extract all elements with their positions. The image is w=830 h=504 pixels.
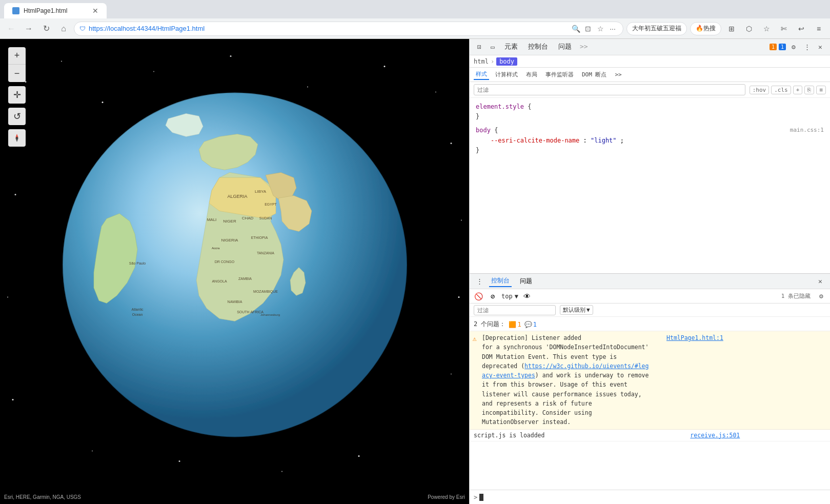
console-input-row: > bbox=[470, 490, 830, 504]
svg-point-13 bbox=[7, 297, 8, 298]
devtools-tab-elements[interactable]: 元素 bbox=[500, 40, 522, 54]
translate-icon[interactable]: ⊡ bbox=[583, 24, 593, 34]
styles-tab-computed[interactable]: 计算样式 bbox=[493, 70, 520, 79]
hot-search-text: 🔥热搜 bbox=[696, 24, 716, 33]
devtools-settings-icon[interactable]: ⚙ bbox=[788, 42, 799, 53]
styles-tab-more[interactable]: >> bbox=[613, 70, 624, 79]
powered-by: Powered by Esri bbox=[428, 494, 465, 500]
profile-button[interactable]: ⬡ bbox=[742, 22, 756, 36]
address-icons: 🔍 ⊡ ☆ ··· bbox=[571, 24, 618, 34]
undo-icon[interactable]: ↩ bbox=[794, 22, 808, 36]
console-filter-row: 默认级别 ▼ bbox=[470, 304, 830, 317]
body-style-open-brace: { bbox=[494, 127, 498, 134]
console-msg-link-2[interactable]: receive.js:501 bbox=[690, 432, 740, 439]
copy-style-icon[interactable]: ⎘ bbox=[804, 86, 814, 94]
svg-point-17 bbox=[281, 471, 282, 472]
svg-point-15 bbox=[92, 451, 93, 452]
menu-button[interactable]: ≡ bbox=[812, 22, 826, 36]
rotate-button[interactable]: ↺ bbox=[8, 108, 26, 125]
tab-title: HtmlPage1.html bbox=[24, 7, 67, 14]
devtools-inspect-icon[interactable]: ⊡ bbox=[474, 42, 485, 53]
styles-filter-input[interactable] bbox=[474, 84, 745, 95]
back-button[interactable]: ← bbox=[4, 22, 18, 36]
hot-search-box: 🔥热搜 bbox=[690, 22, 721, 35]
console-header: ⋮ 控制台 问题 ✕ bbox=[470, 274, 830, 289]
more-icon[interactable]: ··· bbox=[608, 24, 618, 34]
compass-button[interactable] bbox=[8, 129, 26, 147]
toolbar-search-box: 大年初五破五迎福 bbox=[626, 22, 687, 35]
tab-bar: HtmlPage1.html ✕ bbox=[0, 0, 830, 18]
svg-point-45 bbox=[16, 137, 18, 139]
home-button[interactable]: ⌂ bbox=[56, 22, 71, 36]
add-style-icon[interactable]: + bbox=[793, 86, 803, 94]
scissors-icon[interactable]: ✄ bbox=[777, 22, 791, 36]
zoom-controls: + − bbox=[8, 47, 26, 82]
svg-text:Johannesburg: Johannesburg bbox=[260, 313, 280, 316]
map-area: ALGERIA LIBYA EGYPT MALI NIGER CHAD SUDA… bbox=[0, 39, 469, 504]
console-level-dropdown-icon: ▼ bbox=[586, 307, 590, 313]
console-issues-summary: 2 个问题： 🟧 1 💬 1 bbox=[470, 318, 830, 331]
devtools-close-icon[interactable]: ✕ bbox=[815, 42, 826, 53]
console-msg-text-1: [Deprecation] Listener added HtmlPage1.h… bbox=[482, 334, 723, 426]
settings-icon[interactable]: ☆ bbox=[759, 22, 774, 36]
toggle-style-icon[interactable]: ≡ bbox=[816, 86, 826, 94]
svg-text:ANGOLA: ANGOLA bbox=[212, 279, 227, 283]
cls-badge[interactable]: .cls bbox=[771, 86, 791, 94]
styles-tab-layout[interactable]: 布局 bbox=[524, 70, 539, 79]
devtools-panel: ⊡ ▭ 元素 控制台 问题 >> 1 1 ⚙ ⋮ ✕ html › body bbox=[469, 39, 830, 504]
breadcrumb-html[interactable]: html bbox=[474, 58, 489, 65]
console-context-selector[interactable]: top ▼ bbox=[501, 293, 518, 300]
svg-point-16 bbox=[179, 460, 180, 462]
forward-button[interactable]: → bbox=[22, 22, 36, 36]
devtools-tab-console[interactable]: 控制台 bbox=[524, 40, 552, 54]
browser-window: HtmlPage1.html ✕ ← → ↻ ⌂ 🛡 https://local… bbox=[0, 0, 830, 504]
svg-text:Accra: Accra bbox=[212, 247, 220, 250]
svg-text:NIGER: NIGER bbox=[223, 219, 236, 224]
console-msg-link-1[interactable]: HtmlPage1.html:1 bbox=[666, 334, 723, 341]
console-panel: ⋮ 控制台 问题 ✕ 🚫 ⊘ top ▼ 👁 1 条已隐藏 ⚙ bbox=[470, 273, 830, 504]
zoom-out-button[interactable]: − bbox=[8, 65, 26, 82]
svg-point-12 bbox=[15, 194, 16, 195]
breadcrumb-body[interactable]: body bbox=[496, 57, 517, 66]
zoom-in-button[interactable]: + bbox=[8, 47, 26, 65]
svg-point-3 bbox=[153, 71, 154, 72]
console-filter-icon[interactable]: ⊘ bbox=[487, 291, 498, 302]
search-icon[interactable]: 🔍 bbox=[571, 24, 581, 34]
styles-content: element.style { } body { main.css:1 --es… bbox=[470, 98, 830, 273]
console-close-icon[interactable]: ✕ bbox=[815, 276, 826, 287]
console-cursor[interactable] bbox=[479, 494, 483, 501]
styles-toolbar: 样式 计算样式 布局 事件监听器 DOM 断点 >> bbox=[470, 68, 830, 82]
bookmark-icon[interactable]: ☆ bbox=[595, 24, 605, 34]
console-drag-icon[interactable]: ⋮ bbox=[474, 276, 485, 287]
active-tab[interactable]: HtmlPage1.html ✕ bbox=[4, 3, 107, 18]
console-clear-icon[interactable]: 🚫 bbox=[473, 291, 484, 302]
styles-tab-style[interactable]: 样式 bbox=[474, 69, 489, 80]
map-controls: + − ✛ ↺ bbox=[8, 47, 26, 147]
address-bar[interactable]: 🛡 https://localhost:44344/HtmlPage1.html… bbox=[74, 22, 623, 36]
styles-tab-event-listeners[interactable]: 事件监听器 bbox=[543, 70, 576, 79]
console-filter-input[interactable] bbox=[474, 305, 556, 315]
context-dropdown-icon: ▼ bbox=[515, 293, 518, 300]
console-eye-icon[interactable]: 👁 bbox=[521, 291, 533, 302]
warn-badge: 1 bbox=[770, 44, 777, 50]
devtools-responsive-icon[interactable]: ▭ bbox=[487, 42, 498, 53]
console-prompt: > bbox=[474, 494, 477, 501]
pan-button[interactable]: ✛ bbox=[8, 86, 26, 104]
styles-tab-dom-breakpoints[interactable]: DOM 断点 bbox=[580, 70, 609, 79]
svg-text:ETHIOPIA: ETHIOPIA bbox=[251, 236, 268, 239]
console-level-selector[interactable]: 默认级别 ▼ bbox=[560, 305, 593, 315]
devtools-tab-issues[interactable]: 问题 bbox=[554, 40, 576, 54]
console-tab-console[interactable]: 控制台 bbox=[489, 275, 512, 287]
devtools-tab-more[interactable]: >> bbox=[578, 40, 590, 54]
reload-button[interactable]: ↻ bbox=[39, 22, 53, 36]
extensions-button[interactable]: ⊞ bbox=[724, 22, 739, 36]
devtools-more-icon[interactable]: ⋮ bbox=[801, 42, 813, 53]
element-style-close-brace: } bbox=[476, 113, 479, 120]
console-settings-icon[interactable]: ⚙ bbox=[816, 291, 827, 302]
warn-issues-badge: 🟧 1 bbox=[509, 321, 521, 328]
element-style-open-brace: { bbox=[528, 103, 531, 110]
hov-badge[interactable]: :hov bbox=[750, 86, 770, 94]
console-tab-issues[interactable]: 问题 bbox=[516, 277, 536, 286]
body-style-file[interactable]: main.css:1 bbox=[790, 126, 824, 135]
tab-close-button[interactable]: ✕ bbox=[92, 7, 98, 15]
